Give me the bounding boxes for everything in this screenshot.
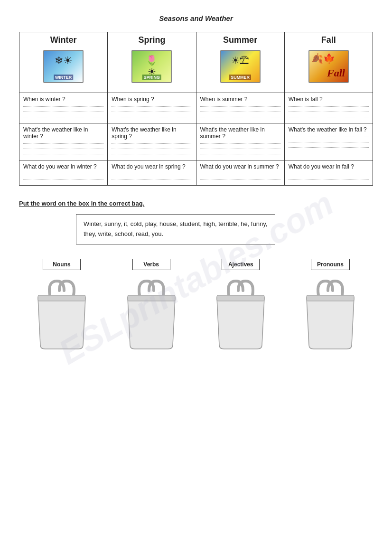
weather-fall-cell: What's the weather like in fall ? — [284, 123, 373, 160]
question-row-when: When is winter ? When is spring ? When i… — [19, 93, 373, 123]
instruction-text: Put the word on the box in the correct b… — [19, 200, 373, 207]
svg-rect-2 — [217, 295, 264, 301]
spring-image — [131, 50, 172, 83]
svg-rect-1 — [128, 295, 175, 301]
when-summer-cell: When is summer ? — [196, 93, 284, 123]
question-row-wear: What do you wear in winter ? What do you… — [19, 160, 373, 186]
bag-pronouns-image — [299, 274, 361, 350]
bag-ajectives-label: Ajectives — [222, 259, 260, 270]
word-box: Winter, sunny, it, cold, play, house, st… — [76, 214, 275, 245]
question-row-weather: What's the weather like in winter ? What… — [19, 123, 373, 160]
fall-image: Fall — [308, 50, 349, 83]
page-title: Seasons and Weather — [19, 14, 373, 22]
wear-fall-cell: What do you wear in fall ? — [284, 160, 373, 186]
bags-row: Nouns Verbs Ajective — [19, 259, 373, 350]
when-winter-cell: When is winter ? — [19, 93, 108, 123]
season-header-row: Winter Spring Summer Fall Fall — [19, 32, 373, 93]
bag-nouns-label: Nouns — [43, 259, 81, 270]
wear-winter-cell: What do you wear in winter ? — [19, 160, 108, 186]
season-header-winter: Winter — [19, 32, 108, 93]
summer-image — [220, 50, 261, 83]
season-header-spring: Spring — [108, 32, 196, 93]
seasons-table: Winter Spring Summer Fall Fall — [19, 32, 373, 186]
bag-verbs-label: Verbs — [132, 259, 170, 270]
bag-ajectives-image — [210, 274, 271, 350]
bag-verbs-image — [121, 274, 182, 350]
when-fall-cell: When is fall ? — [284, 93, 373, 123]
bag-ajectives: Ajectives — [203, 259, 279, 350]
bag-nouns-image — [31, 274, 93, 350]
svg-rect-0 — [38, 295, 85, 301]
winter-image — [43, 50, 84, 83]
wear-spring-cell: What do you wear in spring ? — [108, 160, 196, 186]
bag-nouns: Nouns — [24, 259, 100, 350]
bag-pronouns: Pronouns — [292, 259, 368, 350]
season-header-fall: Fall Fall — [284, 32, 373, 93]
weather-winter-cell: What's the weather like in winter ? — [19, 123, 108, 160]
when-spring-cell: When is spring ? — [108, 93, 196, 123]
weather-spring-cell: What's the weather like in spring ? — [108, 123, 196, 160]
weather-summer-cell: What's the weather like in summer ? — [196, 123, 284, 160]
bag-verbs: Verbs — [113, 259, 189, 350]
bag-pronouns-label: Pronouns — [311, 259, 350, 270]
wear-summer-cell: What do you wear in summer ? — [196, 160, 284, 186]
word-sort-section: Put the word on the box in the correct b… — [19, 200, 373, 350]
season-header-summer: Summer — [196, 32, 284, 93]
svg-rect-3 — [307, 295, 354, 301]
